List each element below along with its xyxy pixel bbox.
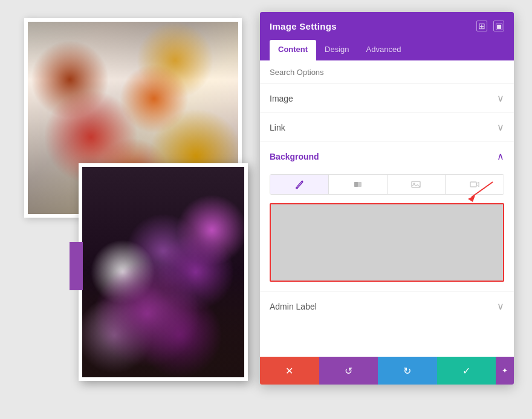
redo-button[interactable]: ↻ [378, 357, 437, 385]
chevron-down-icon: ∨ [497, 122, 504, 133]
section-background[interactable]: Background ∧ [260, 142, 514, 167]
section-image-label: Image [270, 94, 293, 103]
video-icon [470, 180, 479, 189]
extra-button[interactable]: ✦ [496, 357, 514, 385]
image-settings-panel: Image Settings ⊞ ▣ Content Design Advanc… [260, 12, 514, 385]
panel-tabs: Content Design Advanced [260, 40, 514, 60]
panel-header-icons: ⊞ ▣ [476, 21, 504, 31]
bg-tab-color[interactable] [270, 175, 329, 194]
svg-point-0 [301, 181, 303, 183]
svg-rect-5 [470, 182, 476, 187]
section-link[interactable]: Link ∨ [260, 113, 514, 142]
tab-content[interactable]: Content [270, 40, 316, 60]
section-admin-label-text: Admin Label [270, 302, 317, 311]
undo-button[interactable]: ↺ [319, 357, 378, 385]
chevron-down-icon: ∨ [497, 300, 504, 312]
bg-tab-video[interactable] [446, 175, 504, 194]
image-icon [411, 180, 421, 189]
tab-advanced[interactable]: Advanced [358, 40, 410, 60]
bg-icon-tabs [270, 174, 504, 195]
panel-toolbar: ✕ ↺ ↻ ✓ ✦ [260, 357, 514, 385]
svg-rect-3 [412, 181, 420, 187]
spacer [260, 320, 514, 357]
background-preview [270, 203, 504, 282]
tab-design[interactable]: Design [316, 40, 357, 60]
panel-header: Image Settings ⊞ ▣ [260, 12, 514, 40]
section-background-label: Background [270, 152, 319, 161]
background-content [260, 167, 514, 292]
svg-rect-2 [354, 182, 358, 187]
chevron-up-icon: ∧ [497, 151, 504, 162]
search-container [260, 60, 514, 84]
bg-tab-image[interactable] [388, 175, 446, 194]
section-link-label: Link [270, 123, 285, 132]
purple-bar [70, 242, 83, 290]
chevron-down-icon: ∨ [497, 93, 504, 104]
section-image[interactable]: Image ∨ [260, 84, 514, 113]
search-input[interactable] [270, 68, 504, 77]
bg-tab-gradient[interactable] [329, 175, 388, 194]
section-admin-label[interactable]: Admin Label ∨ [260, 292, 514, 320]
panel-title: Image Settings [270, 21, 337, 31]
confirm-button[interactable]: ✓ [437, 357, 496, 385]
cancel-button[interactable]: ✕ [260, 357, 319, 385]
paint-icon [294, 180, 304, 189]
settings-icon[interactable]: ▣ [493, 21, 504, 31]
responsive-icon[interactable]: ⊞ [476, 21, 487, 31]
gradient-icon [353, 180, 363, 189]
bg-image-front [79, 163, 248, 381]
